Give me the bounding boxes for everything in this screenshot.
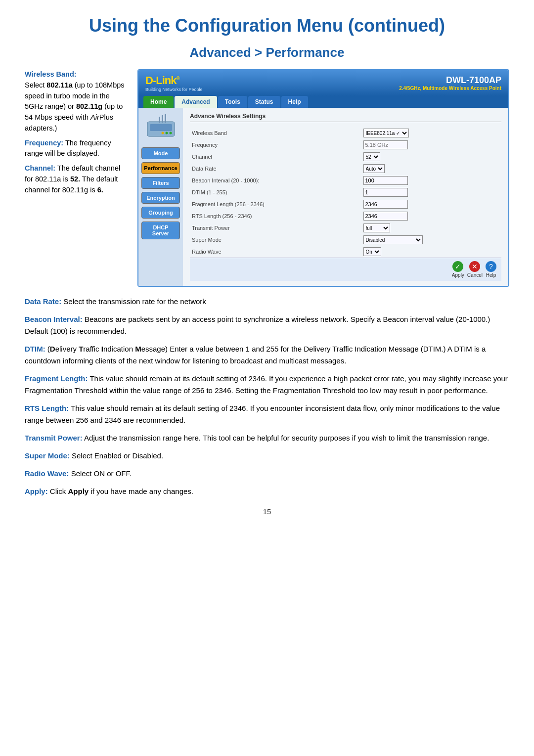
fragment-length-paragraph: Fragment Length: This value should remai… <box>25 373 509 397</box>
router-nav: Home Advanced Tools Status Help <box>138 96 508 108</box>
router-ui-panel: D-Link® Building Networks for People DWL… <box>137 69 509 287</box>
logo-dlink: D-Link <box>145 74 176 87</box>
field-label-rts-length: RTS Length (256 - 2346) <box>190 210 361 222</box>
sidebar-btn-dhcp[interactable]: DHCP Server <box>141 222 180 239</box>
dtim-input[interactable] <box>363 188 408 197</box>
apply-paragraph: Apply: Click Apply if you have made any … <box>25 486 509 497</box>
nav-tab-advanced[interactable]: Advanced <box>175 96 217 108</box>
apply-button[interactable]: ✓ Apply <box>452 261 464 278</box>
wireless-band-select[interactable]: IEEE802.11a ✓IEEE802.11g <box>363 129 409 137</box>
router-header: D-Link® Building Networks for People DWL… <box>138 70 508 96</box>
sidebar-btn-performance[interactable]: Performance <box>141 162 180 174</box>
sidebar-btn-grouping[interactable]: Grouping <box>141 207 180 219</box>
nav-tab-home[interactable]: Home <box>143 96 174 108</box>
help-button[interactable]: ? Help <box>486 261 496 278</box>
field-super-mode: Super Mode DisabledEnabled <box>190 234 501 246</box>
super-mode-paragraph: Super Mode: Select Enabled or Disabled. <box>25 450 509 462</box>
svg-point-4 <box>161 132 164 134</box>
page-title: Using the Configuration Menu (continued) <box>25 15 509 36</box>
fragment-length-input[interactable] <box>363 200 408 209</box>
router-model: DWL-7100AP <box>399 75 501 86</box>
wb-bold1: 802.11a <box>46 81 72 89</box>
router-actions: ✓ Apply ✕ Cancel ? Help <box>190 258 501 281</box>
radio-wave-term: Radio Wave: <box>25 469 69 478</box>
nav-tab-help[interactable]: Help <box>281 96 308 108</box>
field-label-data-rate: Data Rate <box>190 163 361 175</box>
beacon-interval-paragraph: Beacon Interval: Beacons are packets sen… <box>25 313 509 337</box>
wireless-band-para: Wireless Band: Select 802.11a (up to 108… <box>25 69 129 134</box>
transmit-power-paragraph: Transmit Power: Adjust the transmission … <box>25 432 509 444</box>
dtim-term: DTIM: <box>25 345 45 353</box>
logo-registered: ® <box>176 76 179 81</box>
field-label-beacon-interval: Beacon Interval (20 - 1000): <box>190 175 361 186</box>
field-rts-length: RTS Length (256 - 2346) <box>190 210 501 222</box>
nav-tab-status[interactable]: Status <box>248 96 280 108</box>
wireless-band-label: Wireless Band: <box>25 70 77 78</box>
field-channel: Channel 526 <box>190 151 501 163</box>
super-mode-select[interactable]: DisabledEnabled <box>363 235 423 244</box>
rts-length-input[interactable] <box>363 212 408 221</box>
router-device-image <box>143 113 178 142</box>
data-rate-term: Data Rate: <box>25 297 61 306</box>
radio-wave-paragraph: Radio Wave: Select ON or OFF. <box>25 468 509 480</box>
transmit-power-select[interactable]: fullhalfquarter <box>363 223 390 232</box>
rts-length-paragraph: RTS Length: This value should remain at … <box>25 402 509 426</box>
logo-subtitle: Building Networks for People <box>145 87 203 92</box>
dtim-i: I <box>101 345 103 353</box>
field-label-super-mode: Super Mode <box>190 234 361 246</box>
fragment-length-term: Fragment Length: <box>25 374 88 383</box>
beacon-interval-input[interactable] <box>363 176 408 185</box>
field-label-frequency: Frequency <box>190 139 361 151</box>
dtim-paragraph: DTIM: (Delivery Traffic Indication Messa… <box>25 343 509 367</box>
field-label-dtim: DTIM (1 - 255) <box>190 186 361 198</box>
dtim-d: D <box>50 345 55 353</box>
left-column: Wireless Band: Select 802.11a (up to 108… <box>25 69 129 199</box>
field-label-transmit-power: Transmit Power <box>190 222 361 234</box>
router-sidebar: Mode Performance Filters Encryption Grou… <box>138 108 183 286</box>
transmit-power-term: Transmit Power: <box>25 434 83 442</box>
sidebar-btn-mode[interactable]: Mode <box>141 147 180 159</box>
channel-para: Channel: The default channel for 802.11a… <box>25 163 129 195</box>
radio-wave-select[interactable]: OnOff <box>363 247 381 256</box>
field-transmit-power: Transmit Power fullhalfquarter <box>190 222 501 234</box>
section-heading: Advanced > Performance <box>25 45 509 60</box>
sidebar-btn-encryption[interactable]: Encryption <box>141 192 180 204</box>
field-radio-wave: Radio Wave OnOff <box>190 246 501 258</box>
main-layout: Wireless Band: Select 802.11a (up to 108… <box>25 69 509 287</box>
rts-length-term: RTS Length: <box>25 404 69 412</box>
nav-tab-tools[interactable]: Tools <box>218 96 247 108</box>
router-body: Mode Performance Filters Encryption Grou… <box>138 108 508 286</box>
field-wireless-band: Wireless Band IEEE802.11a ✓IEEE802.11g <box>190 127 501 139</box>
data-rate-select[interactable]: Auto12 <box>363 164 385 173</box>
channel-val2: 6. <box>97 186 103 194</box>
channel-select[interactable]: 526 <box>363 152 380 161</box>
channel-label: Channel: <box>25 164 55 172</box>
settings-form: Wireless Band IEEE802.11a ✓IEEE802.11g F… <box>190 127 501 258</box>
svg-point-3 <box>165 132 168 134</box>
cancel-icon: ✕ <box>469 261 480 272</box>
dlink-logo: D-Link® Building Networks for People <box>145 74 203 92</box>
channel-val1: 52. <box>70 175 80 183</box>
router-content: Advance Wireless Settings Wireless Band … <box>183 108 508 286</box>
cancel-label: Cancel <box>467 272 483 278</box>
logo-text: D-Link® <box>145 74 203 87</box>
field-label-radio-wave: Radio Wave <box>190 246 361 258</box>
sidebar-btn-filters[interactable]: Filters <box>141 177 180 189</box>
help-label: Help <box>486 272 496 278</box>
svg-rect-7 <box>165 114 166 123</box>
frequency-para: Frequency: The frequency range will be d… <box>25 138 129 160</box>
frequency-label: Frequency: <box>25 139 63 147</box>
frequency-input <box>363 140 408 149</box>
dtim-t: T <box>79 345 83 353</box>
beacon-interval-term: Beacon Interval: <box>25 315 83 323</box>
field-data-rate: Data Rate Auto12 <box>190 163 501 175</box>
apply-term: Apply: <box>25 487 48 495</box>
field-frequency: Frequency <box>190 139 501 151</box>
content-title: Advance Wireless Settings <box>190 113 501 122</box>
field-fragment-length: Fragment Length (256 - 2346) <box>190 198 501 210</box>
field-label-wireless-band: Wireless Band <box>190 127 361 139</box>
cancel-button[interactable]: ✕ Cancel <box>467 261 483 278</box>
svg-point-2 <box>169 132 172 134</box>
field-beacon-interval: Beacon Interval (20 - 1000): <box>190 175 501 186</box>
help-icon: ? <box>486 261 496 272</box>
